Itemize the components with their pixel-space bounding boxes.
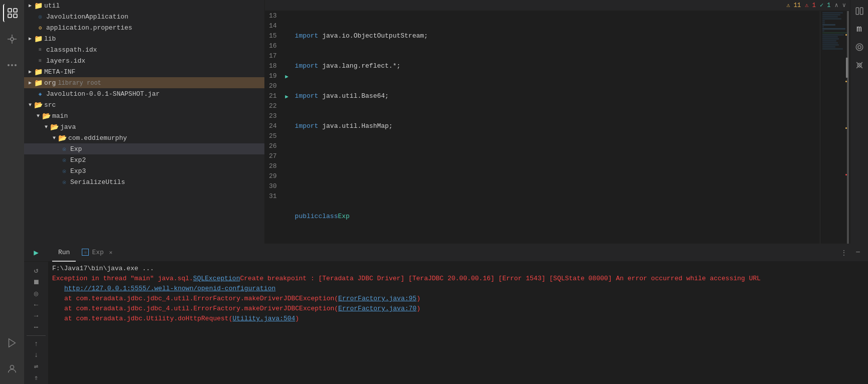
nav-up-icon[interactable]: ∧ xyxy=(835,2,838,9)
folder-icon-src: 📂 xyxy=(34,101,42,109)
label-util: util xyxy=(44,2,264,10)
label-meta-inf: META-INF xyxy=(44,68,264,76)
account-icon[interactable] xyxy=(3,360,21,378)
frame-1-link[interactable]: ErrorFactory.java:95 xyxy=(338,294,416,304)
bottom-run-icon[interactable]: ▶ xyxy=(28,245,44,261)
wrap-icon[interactable]: ⇌ xyxy=(28,362,44,370)
right-bar-icon-3[interactable] xyxy=(852,40,866,54)
error-badge[interactable]: ⚠ 1 xyxy=(805,2,816,9)
console-url-line: http://127.0.0.1:5555/.well-known/openid… xyxy=(52,284,864,294)
scroll-down-icon[interactable]: ↓ xyxy=(28,351,44,359)
frame-1-suffix: ) xyxy=(416,294,420,304)
folder-icon-util: 📁 xyxy=(34,2,42,10)
frame-3-link[interactable]: Utility.java:504 xyxy=(232,314,295,324)
tree-item-com-eddiemurphy[interactable]: ▼ 📂 com.eddiemurphy xyxy=(24,132,264,143)
more-console-icon[interactable]: ⋯ xyxy=(28,323,44,331)
tree-item-javolution-app[interactable]: ☉ JavolutionApplication xyxy=(24,11,264,22)
folder-icon-java: 📂 xyxy=(50,123,58,131)
file-tree: ▶ 📁 util ☉ JavolutionApplication ⚙ appli… xyxy=(24,0,264,244)
stack-frame-3: at com.teradata.jdbc.Utility.doHttpReque… xyxy=(52,314,864,324)
main-container: ▶ 📁 util ☉ JavolutionApplication ⚙ appli… xyxy=(24,0,868,384)
code-content[interactable]: import java.io.ObjectOutputStream; impor… xyxy=(291,11,820,244)
tree-item-app-props[interactable]: ⚙ application.properties xyxy=(24,22,264,33)
tree-item-main[interactable]: ▼ 📂 main xyxy=(24,110,264,121)
camera-icon[interactable]: ◎ xyxy=(28,289,44,298)
restart-icon[interactable]: ↺ xyxy=(28,266,44,275)
stack-frame-2: at com.teradata.jdbc.jdbc_4.util.ErrorFa… xyxy=(52,304,864,314)
tree-item-layers[interactable]: ≡ layers.idx xyxy=(24,55,264,66)
frame-2-suffix: ) xyxy=(416,304,420,314)
stop-icon[interactable]: ⏹ xyxy=(28,278,44,286)
label-exp2: Exp2 xyxy=(70,156,264,164)
right-bar-icon-4[interactable] xyxy=(852,58,866,72)
tree-item-exp2[interactable]: ☉ Exp2 xyxy=(24,154,264,165)
console-path-text: F:\Java17\bin\java.exe ... xyxy=(52,264,154,274)
idx-icon-layers: ≡ xyxy=(36,57,44,65)
label-javolution-jar: Javolution-0.0.1-SNAPSHOT.jar xyxy=(46,90,264,98)
console-error-line: Exception in thread "main" java.sql.SQLE… xyxy=(52,274,864,284)
error-indicator xyxy=(845,174,847,175)
idx-icon-classpath: ≡ xyxy=(36,46,44,54)
nav-down-icon[interactable]: ∨ xyxy=(842,2,846,9)
tab-run[interactable]: Run xyxy=(52,244,76,262)
toolbar-minimize-icon[interactable]: − xyxy=(852,247,864,259)
label-javolution-app: JavolutionApplication xyxy=(46,13,264,21)
editor-area: ▶ 📁 util ☉ JavolutionApplication ⚙ appli… xyxy=(24,0,868,244)
folder-icon-meta-inf: 📁 xyxy=(34,68,42,76)
minimap-scrollbar-track xyxy=(847,11,849,244)
next-icon[interactable]: → xyxy=(28,312,44,320)
label-serialize-utils: SerializeUtils xyxy=(70,178,264,186)
svg-point-4 xyxy=(11,38,14,41)
svg-point-13 xyxy=(856,44,863,51)
tree-item-lib[interactable]: ▶ 📁 lib xyxy=(24,33,264,44)
tree-item-meta-inf[interactable]: ▶ 📁 META-INF xyxy=(24,66,264,77)
bottom-sidebar-icons: ↺ ⏹ ◎ ← → ⋯ ↑ ↓ ⇌ ⇑ ⇓ ⚠ 🖨 xyxy=(24,262,48,384)
frame-2-link[interactable]: ErrorFactory.java:70 xyxy=(338,304,416,314)
minimap[interactable] xyxy=(820,11,850,244)
code-line-15: import java.util.Base64; xyxy=(295,91,816,101)
explorer-icon[interactable] xyxy=(3,4,21,22)
tree-item-serialize-utils[interactable]: ☉ SerializeUtils xyxy=(24,176,264,187)
java-icon-serialize-utils: ☉ xyxy=(60,178,68,186)
tab-exp-close[interactable]: ✕ xyxy=(107,248,115,256)
label-com-eddiemurphy: com.eddiemurphy xyxy=(68,134,264,142)
right-bar-icon-1[interactable] xyxy=(852,4,866,18)
code-line-16: import java.util.HashMap; xyxy=(295,121,816,131)
tree-item-org[interactable]: ▶ 📁 orglibrary root xyxy=(24,77,264,88)
tree-item-src[interactable]: ▼ 📂 src xyxy=(24,99,264,110)
code-scroll[interactable]: 131415161718 192021222324 25262728293031… xyxy=(265,11,850,244)
frame-2-text: at com.teradata.jdbc.jdbc_4.util.ErrorFa… xyxy=(64,304,338,314)
tree-item-java[interactable]: ▼ 📂 java xyxy=(24,121,264,132)
activity-bar-bottom xyxy=(3,334,21,384)
toolbar-more-icon[interactable]: ⋮ xyxy=(838,247,850,259)
tab-exp[interactable]: ☉ Exp ✕ xyxy=(76,244,120,262)
minimap-scrollbar-thumb[interactable] xyxy=(846,58,848,78)
svg-point-6 xyxy=(11,64,13,66)
right-bar-icon-2[interactable]: m xyxy=(852,22,866,36)
folder-icon-com-eddiemurphy: 📂 xyxy=(58,134,66,142)
filter-icon[interactable]: ⇑ xyxy=(28,373,44,382)
tree-item-javolution-jar[interactable]: ◈ Javolution-0.0.1-SNAPSHOT.jar xyxy=(24,88,264,99)
prev-icon[interactable]: ← xyxy=(28,301,44,309)
tree-item-classpath[interactable]: ≡ classpath.idx xyxy=(24,44,264,55)
tree-item-exp[interactable]: ☉ Exp xyxy=(24,143,264,154)
ok-badge[interactable]: ✓ 1 xyxy=(820,2,831,9)
folder-icon-lib: 📁 xyxy=(34,35,42,43)
frame-3-suffix: ) xyxy=(295,314,299,324)
more-icon[interactable] xyxy=(3,56,21,74)
debug-icon[interactable] xyxy=(3,334,21,352)
sqlexception-link[interactable]: SQLException xyxy=(193,274,240,284)
warning-badge[interactable]: ⚠ 11 xyxy=(786,2,801,9)
svg-point-9 xyxy=(10,365,14,369)
svg-marker-8 xyxy=(9,339,16,347)
url-link[interactable]: http://127.0.0.1:5555/.well-known/openid… xyxy=(64,284,275,294)
warn-indicator-3 xyxy=(845,127,847,129)
arrow-java: ▼ xyxy=(42,123,50,131)
minimap-lines xyxy=(820,11,850,51)
tree-item-util[interactable]: ▶ 📁 util xyxy=(24,0,264,11)
svg-point-7 xyxy=(15,64,17,66)
tree-item-exp3[interactable]: ☉ Exp3 xyxy=(24,165,264,176)
label-classpath: classpath.idx xyxy=(46,46,264,54)
extensions-icon[interactable] xyxy=(3,30,21,48)
scroll-up-icon[interactable]: ↑ xyxy=(28,340,44,348)
